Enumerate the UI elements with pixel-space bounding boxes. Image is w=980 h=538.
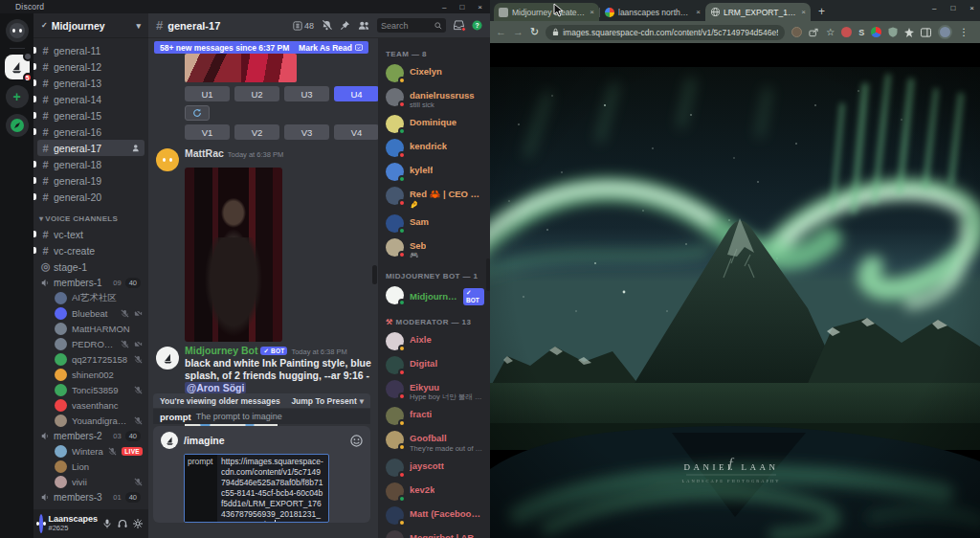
channel-item[interactable]: # general-16 <box>37 123 145 140</box>
slash-command-hint[interactable]: prompt The prompt to imagine <box>153 409 370 424</box>
emoji-picker-icon[interactable] <box>350 435 363 447</box>
voice-user[interactable]: AI艺术社区 <box>37 290 145 305</box>
extension-icon[interactable] <box>791 27 802 37</box>
voice-user[interactable]: Tonci53859 <box>37 382 145 397</box>
channel-item[interactable]: # general-11 <box>37 42 145 58</box>
mark-as-read-button[interactable]: Mark As Read <box>299 43 363 53</box>
member-row[interactable]: kev2k <box>386 480 484 504</box>
upscale-button[interactable]: U1 <box>185 86 230 101</box>
variation-button[interactable]: V3 <box>284 124 329 140</box>
address-bar[interactable]: images.squarespace-cdn.com/content/v1/5c… <box>546 25 785 40</box>
member-row[interactable]: kylelf <box>386 160 484 184</box>
voice-user[interactable]: vivii <box>37 474 145 489</box>
member-row[interactable]: jayscott <box>386 456 484 480</box>
member-row[interactable]: Cixelyn <box>386 61 484 85</box>
member-row[interactable]: danielrussruss still sick <box>386 85 484 112</box>
member-row[interactable]: Dominique <box>386 112 484 136</box>
tab-close-icon[interactable]: × <box>696 8 701 16</box>
channel-item[interactable]: # general-14 <box>37 91 145 107</box>
maximize-button[interactable]: □ <box>950 4 955 12</box>
pinned-messages-icon[interactable] <box>340 20 350 31</box>
tab-midjourney-article[interactable]: Midjourney creates photorealisti... × <box>494 3 599 21</box>
minimize-button[interactable]: – <box>932 4 936 12</box>
member-row[interactable]: Sam <box>386 212 484 235</box>
explore-servers-button[interactable] <box>6 114 29 137</box>
upscale-button[interactable]: U3 <box>284 86 329 101</box>
member-row[interactable]: fracti <box>386 404 484 428</box>
back-button[interactable]: ← <box>496 27 506 37</box>
message-author[interactable]: Midjourney Bot✓ BOTToday at 6:38 PM <box>185 345 347 356</box>
channel-item[interactable]: # general-12 <box>37 58 145 75</box>
member-row[interactable]: Digital <box>386 353 484 377</box>
voice-user[interactable]: Bluebeat <box>37 305 145 321</box>
voice-channel-item[interactable]: # vc-create <box>37 242 145 258</box>
message-author[interactable]: MattRacToday at 6:38 PM <box>185 147 283 159</box>
search-box[interactable] <box>377 18 446 33</box>
mic-icon[interactable] <box>102 519 112 528</box>
voice-user[interactable]: shinen002 <box>37 367 145 382</box>
upscale-button[interactable]: U4 <box>334 86 379 101</box>
close-button[interactable]: × <box>969 4 974 12</box>
member-row[interactable]: Goofball They're made out of meat. <box>386 428 484 455</box>
side-panel-icon[interactable] <box>921 28 931 37</box>
avatar[interactable] <box>156 148 179 171</box>
member-row[interactable]: Midjourney Bot ✓ BOT <box>386 283 484 308</box>
server-header[interactable]: ✓ Midjourney ▾ <box>33 13 148 38</box>
profile-avatar[interactable] <box>938 25 952 39</box>
member-list-toggle-icon[interactable] <box>358 20 369 31</box>
headphones-icon[interactable] <box>118 519 127 528</box>
variation-button[interactable]: V4 <box>334 124 379 140</box>
add-server-button[interactable]: + <box>6 85 29 108</box>
tab-google-search[interactable]: laanscapes northern lights - Goo... × <box>600 3 705 21</box>
bookmark-star-icon[interactable]: ☆ <box>826 28 835 37</box>
threads-button[interactable]: 48 <box>293 21 314 31</box>
member-row[interactable]: Seb 🎮 <box>386 235 484 262</box>
voice-user[interactable]: vasenthanc <box>37 397 145 413</box>
voice-user[interactable]: Wintera LIVE <box>37 443 145 459</box>
home-button[interactable] <box>6 19 29 42</box>
forward-button[interactable]: → <box>513 27 523 37</box>
jump-to-present-button[interactable]: Jump To Present ▾ <box>291 396 364 406</box>
voice-channels-header[interactable]: ▾ VOICE CHANNELS <box>37 211 145 226</box>
search-input[interactable] <box>381 21 432 31</box>
tab-close-icon[interactable]: × <box>590 8 594 16</box>
new-messages-banner[interactable]: 58+ new messages since 6:37 PM Mark As R… <box>154 41 368 54</box>
user-avatar[interactable] <box>39 514 43 533</box>
voice-room-members-3[interactable]: members-3 01 40 <box>37 489 145 504</box>
extension-icon-star[interactable] <box>904 28 914 37</box>
reload-button[interactable]: ↻ <box>530 27 539 37</box>
inbox-button[interactable] <box>454 20 464 31</box>
photo-attachment[interactable] <box>185 168 282 342</box>
prompt-parameter-field[interactable]: prompt https://images.squarespace-cdn.co… <box>184 454 329 523</box>
member-row[interactable]: kendrick <box>386 136 484 160</box>
variation-button[interactable]: V1 <box>185 124 230 140</box>
voice-user[interactable]: Youandigraphics <box>37 413 145 428</box>
extension-icon-rgb[interactable] <box>871 27 881 37</box>
voice-user[interactable]: Lion <box>37 459 145 474</box>
member-row[interactable]: Eikyuu Hype boy 너만 볼래 Hype ... <box>386 377 484 404</box>
channel-item[interactable]: # general-20 <box>37 189 145 205</box>
channel-item[interactable]: # general-18 <box>37 156 145 172</box>
channel-item[interactable]: # general-19 <box>37 172 145 189</box>
voice-channel-item[interactable]: ◎ stage-1 <box>37 258 145 275</box>
browser-menu-icon[interactable]: ⋮ <box>959 27 969 37</box>
close-button[interactable]: × <box>478 3 482 11</box>
tab-lrm-export-image[interactable]: LRM_EXPORT_17643678795693... × <box>705 3 811 21</box>
generated-image-attachment[interactable] <box>185 54 297 82</box>
settings-gear-icon[interactable] <box>133 519 143 528</box>
shield-extension-icon[interactable] <box>888 27 898 37</box>
prompt-value[interactable]: https://images.squarespace-cdn.com/conte… <box>217 455 328 522</box>
upscale-button[interactable]: U2 <box>234 86 279 101</box>
extension-icon-red[interactable] <box>841 27 852 37</box>
voice-user[interactable]: PEDROCOELHO... <box>37 336 145 351</box>
voice-user[interactable]: MattHARMON <box>37 321 145 336</box>
voice-room-members-2[interactable]: members-2 03 40 <box>37 428 145 443</box>
tab-close-icon[interactable]: × <box>801 8 806 16</box>
maximize-button[interactable]: □ <box>459 3 464 11</box>
channel-item[interactable]: # general-17 <box>37 140 145 156</box>
help-icon[interactable]: ? <box>472 20 482 31</box>
voice-room-members-1[interactable]: members-1 09 40 <box>37 275 145 290</box>
voice-channel-item[interactable]: # vc-text <box>37 226 145 242</box>
variation-button[interactable]: V2 <box>234 124 279 140</box>
minimize-button[interactable]: – <box>442 3 446 11</box>
